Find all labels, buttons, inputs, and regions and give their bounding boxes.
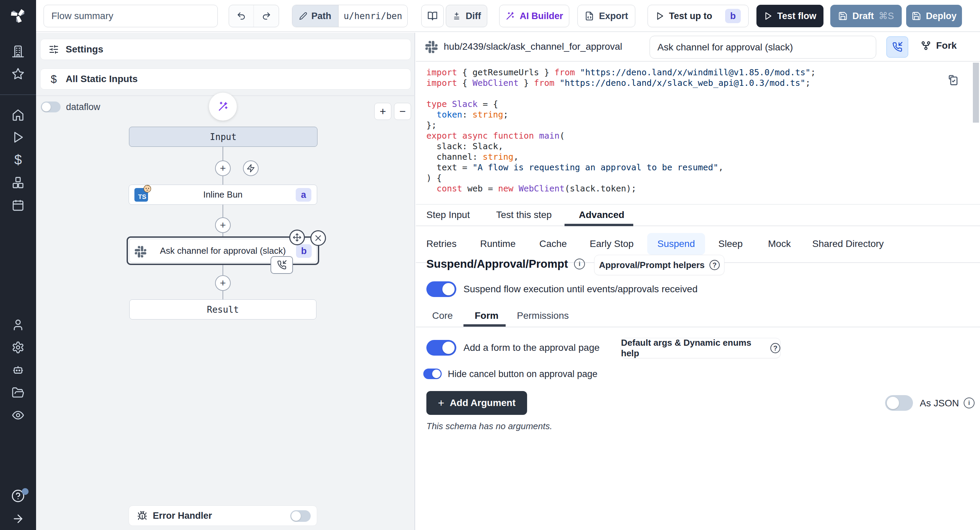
schedules-icon[interactable]: [0, 194, 36, 216]
dataflow-label: dataflow: [66, 102, 100, 112]
default-args-help-button[interactable]: Default args & Dynamic enums help ?: [620, 338, 781, 358]
helpers-label: Approval/Prompt helpers: [599, 260, 705, 270]
copy-code-icon[interactable]: [947, 75, 959, 86]
expand-sidebar-arrow-icon[interactable]: [0, 508, 36, 530]
move-step-handle[interactable]: [289, 230, 305, 245]
path-button[interactable]: Path u/henri/ben: [292, 5, 408, 27]
resources-icon[interactable]: [0, 171, 36, 194]
step-tabs: Step Input Test this step Advanced: [416, 205, 980, 226]
wand-sparkles-icon: [217, 101, 229, 113]
info-icon[interactable]: i: [964, 398, 975, 409]
hide-cancel-toggle[interactable]: [423, 369, 442, 379]
help-icon[interactable]: [0, 485, 36, 507]
variables-icon[interactable]: $: [0, 149, 36, 171]
audit-eye-icon[interactable]: [0, 404, 36, 426]
runs-icon[interactable]: [0, 126, 36, 148]
approval-prompt-helpers-button[interactable]: Approval/Prompt helpers ?: [594, 255, 724, 275]
zoom-out-button[interactable]: −: [394, 103, 411, 120]
test-flow-label: Test flow: [777, 11, 816, 21]
as-json-toggle[interactable]: [885, 395, 913, 411]
as-json-label: As JSON: [920, 398, 959, 409]
subtab-suspend-active[interactable]: Suspend: [647, 233, 705, 255]
flow-node-step-a[interactable]: TS Inline Bun a: [129, 185, 317, 205]
fork-button[interactable]: Fork: [920, 40, 957, 51]
step-a-badge: a: [296, 188, 311, 202]
draft-button[interactable]: Draft ⌘S: [830, 5, 902, 27]
editor-scrollbar-thumb[interactable]: [973, 63, 979, 123]
subtab-early-stop[interactable]: Early Stop: [590, 238, 633, 249]
home-icon[interactable]: [0, 104, 36, 126]
error-handler-card[interactable]: Error Handler: [129, 506, 317, 526]
users-icon[interactable]: [0, 313, 36, 336]
add-argument-button[interactable]: + Add Argument: [426, 391, 527, 415]
tab-step-input[interactable]: Step Input: [426, 209, 470, 220]
deploy-label: Deploy: [926, 11, 956, 21]
insert-step-button[interactable]: +: [215, 217, 231, 233]
play-icon: [655, 11, 664, 21]
suspend-tab-form-active[interactable]: Form: [475, 310, 498, 321]
wand-sparkles-icon: [505, 11, 515, 21]
dataflow-toggle[interactable]: [41, 102, 60, 112]
zoom-in-button[interactable]: +: [374, 103, 391, 120]
suspend-tab-permissions[interactable]: Permissions: [517, 310, 569, 321]
draft-label: Draft: [853, 11, 874, 21]
insert-step-button[interactable]: +: [215, 160, 231, 176]
subtab-sleep[interactable]: Sleep: [718, 238, 743, 249]
export-button[interactable]: Export: [578, 5, 635, 27]
trigger-lightning-button[interactable]: [243, 160, 259, 176]
redo-button[interactable]: [254, 5, 279, 27]
folders-icon[interactable]: [0, 382, 36, 404]
add-form-toggle-label: Add a form to the approval page: [463, 342, 600, 353]
test-up-to-label: Test up to: [669, 11, 712, 21]
suspend-phone-button[interactable]: [886, 37, 908, 57]
step-detail-panel: hub/2439/slack/ask_channel_for_approval …: [416, 33, 980, 530]
form-section-divider: [416, 327, 980, 327]
flow-settings-button[interactable]: Settings: [40, 39, 411, 60]
export-label: Export: [599, 11, 628, 21]
flow-node-input[interactable]: Input: [129, 127, 318, 147]
error-handler-toggle[interactable]: [290, 510, 311, 522]
delete-step-button[interactable]: [310, 230, 326, 246]
add-form-toggle[interactable]: [426, 340, 456, 356]
lightning-icon: [247, 164, 255, 173]
dollar-icon: $: [49, 73, 59, 86]
subtab-shared-directory[interactable]: Shared Directory: [812, 238, 884, 249]
deploy-button[interactable]: Deploy: [906, 5, 962, 27]
hub-script-path: hub/2439/slack/ask_channel_for_approval: [444, 41, 622, 52]
pencil-icon: [299, 12, 307, 20]
settings-gear-icon[interactable]: [0, 336, 36, 359]
favorites-star-icon[interactable]: [0, 63, 36, 85]
suspend-flow-toggle[interactable]: [426, 281, 456, 297]
ai-builder-button[interactable]: AI Builder: [499, 5, 569, 27]
workspace-icon[interactable]: [0, 40, 36, 63]
tab-test-this-step[interactable]: Test this step: [496, 209, 552, 220]
workers-bot-icon[interactable]: [0, 359, 36, 381]
step-a-label: Inline Bun: [203, 189, 243, 200]
code-editor[interactable]: import { getResumeUrls } from "https://d…: [416, 62, 980, 205]
subtab-runtime[interactable]: Runtime: [480, 238, 515, 249]
step-name-input[interactable]: [649, 36, 876, 59]
test-up-to-button[interactable]: Test up to b: [648, 5, 749, 27]
subtab-cache[interactable]: Cache: [539, 238, 567, 249]
subtab-mock[interactable]: Mock: [768, 238, 791, 249]
active-form-tab-underline: [463, 324, 506, 327]
tab-advanced[interactable]: Advanced: [579, 209, 624, 220]
flow-summary-input[interactable]: [43, 5, 218, 27]
diff-button[interactable]: Diff: [446, 5, 487, 27]
ai-flow-wand-button[interactable]: [209, 93, 237, 121]
move-icon: [293, 233, 301, 242]
subtab-retries[interactable]: Retries: [426, 238, 457, 249]
static-inputs-button[interactable]: $ All Static Inputs: [40, 69, 411, 89]
baby-emoji-icon: [143, 184, 152, 193]
windmill-logo[interactable]: [0, 0, 36, 30]
suspend-tab-core[interactable]: Core: [432, 310, 453, 321]
insert-step-button[interactable]: +: [215, 275, 231, 291]
suspend-section-title: Suspend/Approval/Prompt: [426, 257, 568, 270]
flow-node-result[interactable]: Result: [129, 299, 317, 319]
test-flow-button[interactable]: Test flow: [756, 5, 824, 27]
info-icon[interactable]: i: [574, 259, 585, 270]
play-icon: [764, 11, 772, 21]
docs-book-button[interactable]: [421, 5, 444, 27]
git-fork-icon: [920, 40, 931, 51]
undo-button[interactable]: [229, 5, 254, 27]
